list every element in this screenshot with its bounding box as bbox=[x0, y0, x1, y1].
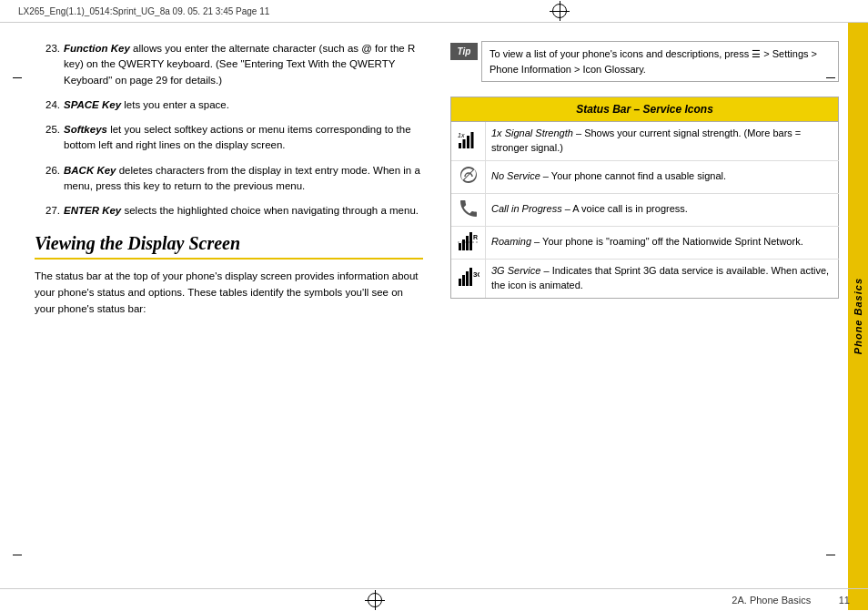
no-service-label: No Service – bbox=[491, 170, 549, 181]
svg-rect-8 bbox=[469, 232, 472, 250]
footer-page-num: 11 bbox=[839, 595, 850, 606]
list-text-24: lets you enter a space. bbox=[121, 99, 229, 110]
no-service-icon-cell bbox=[451, 160, 486, 193]
list-label-24: SPACE Key bbox=[64, 99, 121, 110]
list-item-27: 27. ENTER Key selects the highlighted ch… bbox=[35, 203, 423, 219]
right-sidebar-tab: Phone Basics bbox=[848, 23, 868, 610]
svg-text:1x: 1x bbox=[458, 132, 465, 138]
list-item-26: 26. BACK Key deletes characters from the… bbox=[35, 163, 423, 195]
no-service-text: Your phone cannot find a usable signal. bbox=[551, 170, 726, 181]
list-num-26: 26. bbox=[35, 163, 60, 195]
list-content-27: ENTER Key selects the highlighted choice… bbox=[64, 203, 423, 219]
call-in-progress-label: Call in Progress – bbox=[491, 203, 570, 214]
list-num-27: 27. bbox=[35, 203, 60, 219]
list-num-25: 25. bbox=[35, 122, 60, 154]
table-row: 3G 3G Service – Indicates that Sprint 3G… bbox=[451, 259, 839, 298]
table-row: No Service – Your phone cannot find a us… bbox=[451, 160, 839, 193]
left-margin bbox=[0, 23, 25, 610]
signal-strength-desc: 1x Signal Strength – Shows your current … bbox=[486, 122, 839, 161]
footer: 2A. Phone Basics 11 bbox=[0, 588, 868, 611]
tip-box: Tip To view a list of your phone's icons… bbox=[450, 41, 839, 82]
3g-service-desc: 3G Service – Indicates that Sprint 3G da… bbox=[486, 259, 839, 298]
page: LX265_Eng(1.1)_0514:Sprint_UG_8a 09. 05.… bbox=[0, 0, 868, 611]
list-text-27: selects the highlighted choice when navi… bbox=[121, 205, 419, 216]
margin-mark-bottom bbox=[13, 555, 22, 555]
list-content-23: Function Key allows you enter the altern… bbox=[64, 41, 423, 88]
list-content-24: SPACE Key lets you enter a space. bbox=[64, 97, 423, 113]
call-in-progress-icon-cell bbox=[451, 193, 486, 226]
svg-rect-7 bbox=[466, 236, 469, 250]
svg-rect-13 bbox=[466, 271, 469, 286]
list-content-26: BACK Key deletes characters from the dis… bbox=[64, 163, 423, 195]
roaming-icon-cell: R bbox=[451, 226, 486, 259]
right-margin-mark-bottom bbox=[826, 555, 835, 555]
list-item-25: 25. Softkeys let you select softkey acti… bbox=[35, 122, 423, 154]
status-table-header: Status Bar – Service Icons bbox=[451, 97, 839, 122]
list-label-26: BACK Key bbox=[64, 165, 116, 176]
call-in-progress-text: A voice call is in progress. bbox=[572, 203, 688, 214]
call-in-progress-icon bbox=[458, 198, 479, 219]
margin-mark-top bbox=[13, 77, 22, 78]
svg-rect-14 bbox=[469, 268, 472, 286]
roaming-label: Roaming – bbox=[491, 236, 540, 247]
list-num-24: 24. bbox=[35, 97, 60, 113]
3g-service-icon: 3G bbox=[458, 266, 479, 288]
section-text: The status bar at the top of your phone'… bbox=[35, 269, 423, 317]
svg-rect-6 bbox=[462, 239, 465, 250]
signal-strength-icon: 1x bbox=[458, 128, 479, 150]
no-service-icon bbox=[458, 165, 479, 187]
svg-rect-3 bbox=[470, 132, 473, 148]
call-in-progress-desc: Call in Progress – A voice call is in pr… bbox=[486, 193, 839, 226]
roaming-text: Your phone is "roaming" off the Nationwi… bbox=[542, 236, 803, 247]
status-table: Status Bar – Service Icons bbox=[450, 97, 839, 299]
3g-service-icon-cell: 3G bbox=[451, 259, 486, 298]
tip-label: Tip bbox=[450, 43, 478, 60]
3g-service-label: 3G Service – bbox=[491, 265, 550, 276]
svg-rect-0 bbox=[459, 143, 461, 148]
svg-text:R: R bbox=[473, 234, 478, 240]
heading-underline bbox=[35, 258, 423, 260]
list-item-24: 24. SPACE Key lets you enter a space. bbox=[35, 97, 423, 113]
tip-text: To view a list of your phone's icons and… bbox=[490, 48, 817, 75]
left-column: 23. Function Key allows you enter the al… bbox=[25, 32, 441, 601]
list-text-26: deletes characters from the display in t… bbox=[64, 165, 420, 191]
list-item-23: 23. Function Key allows you enter the al… bbox=[35, 41, 423, 88]
table-row: 1x 1x Signal Strength – Shows your curre… bbox=[451, 122, 839, 161]
svg-rect-5 bbox=[459, 243, 461, 250]
signal-strength-icon-cell: 1x bbox=[451, 122, 486, 161]
svg-rect-2 bbox=[467, 136, 469, 148]
list-label-23: Function Key bbox=[64, 43, 130, 54]
svg-rect-12 bbox=[462, 275, 465, 286]
svg-rect-11 bbox=[459, 279, 461, 286]
tip-content: To view a list of your phone's icons and… bbox=[481, 41, 839, 82]
header-crosshair-icon bbox=[552, 4, 567, 18]
roaming-desc: Roaming – Your phone is "roaming" off th… bbox=[486, 226, 839, 259]
list-label-27: ENTER Key bbox=[64, 205, 121, 216]
table-row: R Roaming – Your phone is "roaming" off … bbox=[451, 226, 839, 259]
main-content: 23. Function Key allows you enter the al… bbox=[0, 23, 868, 610]
footer-page-label: 2A. Phone Basics bbox=[732, 595, 811, 606]
list-content-25: Softkeys let you select softkey actions … bbox=[64, 122, 423, 154]
list-text-25: let you select softkey actions or menu i… bbox=[64, 124, 411, 150]
svg-text:3G: 3G bbox=[473, 270, 479, 279]
list-num-23: 23. bbox=[35, 41, 60, 88]
footer-crosshair-icon bbox=[368, 593, 382, 607]
header-text: LX265_Eng(1.1)_0514:Sprint_UG_8a 09. 05.… bbox=[18, 6, 269, 16]
section-heading: Viewing the Display Screen bbox=[35, 233, 423, 254]
svg-rect-1 bbox=[462, 139, 465, 148]
footer-page-info: 2A. Phone Basics 11 bbox=[732, 595, 850, 606]
no-service-desc: No Service – Your phone cannot find a us… bbox=[486, 160, 839, 193]
list-label-25: Softkeys bbox=[64, 124, 107, 135]
table-row: Call in Progress – A voice call is in pr… bbox=[451, 193, 839, 226]
header-bar: LX265_Eng(1.1)_0514:Sprint_UG_8a 09. 05.… bbox=[0, 0, 868, 23]
roaming-icon: R bbox=[458, 230, 479, 252]
right-margin-mark-top bbox=[826, 77, 835, 78]
sidebar-label: Phone Basics bbox=[853, 278, 863, 354]
right-column: Tip To view a list of your phone's icons… bbox=[441, 32, 848, 601]
signal-strength-label: 1x Signal Strength – bbox=[491, 127, 581, 138]
content-area: 23. Function Key allows you enter the al… bbox=[25, 23, 848, 610]
